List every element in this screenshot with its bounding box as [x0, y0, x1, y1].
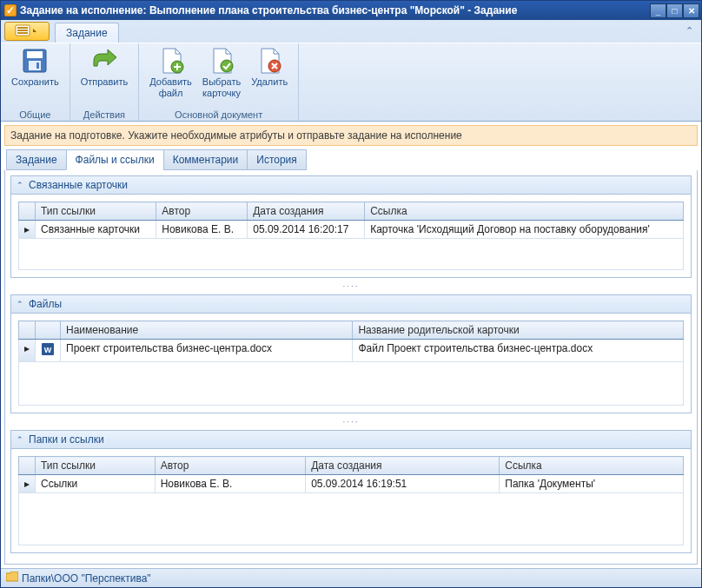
col-date[interactable]: Дата создания — [306, 457, 500, 475]
send-label: Отправить — [81, 76, 129, 88]
svg-rect-2 — [17, 30, 28, 31]
panel-folders-links: ⌃ Папки и ссылки Тип ссылки Автор Дата с… — [10, 430, 692, 553]
col-date[interactable]: Дата создания — [248, 202, 365, 221]
panel-files: ⌃ Файлы Наименование Название родительск… — [10, 294, 692, 413]
app-icon: ✓ — [4, 4, 17, 17]
select-card-icon — [208, 47, 235, 75]
send-icon — [90, 47, 118, 75]
cell-date: 05.09.2014 16:20:17 — [248, 221, 365, 239]
status-bar: Папки\ООО "Перспектива" — [1, 568, 701, 587]
app-menu-icon — [15, 24, 39, 38]
minimize-button[interactable]: _ — [650, 3, 666, 18]
panel-title-files: Файлы — [29, 298, 62, 310]
table-header-row: Тип ссылки Автор Дата создания Ссылка — [19, 202, 684, 221]
panel-header-related[interactable]: ⌃ Связанные карточки — [11, 176, 691, 195]
collapse-icon: ⌃ — [17, 300, 23, 308]
svg-rect-3 — [17, 32, 28, 34]
col-type[interactable]: Тип ссылки — [36, 202, 156, 221]
col-author[interactable]: Автор — [156, 202, 248, 221]
tab-files-links[interactable]: Файлы и ссылки — [66, 149, 164, 170]
cell-date: 05.09.2014 16:19:51 — [306, 475, 500, 493]
svg-text:W: W — [44, 346, 52, 354]
svg-point-9 — [221, 60, 233, 72]
table-header-row: Тип ссылки Автор Дата создания Ссылка — [19, 457, 684, 475]
content-tabs: Задание Файлы и ссылки Комментарии Истор… — [1, 149, 701, 170]
add-file-icon — [157, 47, 185, 75]
delete-icon — [255, 47, 283, 75]
tab-comments[interactable]: Комментарии — [163, 149, 248, 170]
cell-type: Ссылки — [36, 475, 156, 493]
ribbon-area: Задание ⌃ Сохранить — [1, 20, 701, 122]
add-file-button[interactable]: Добавить файл — [144, 45, 197, 101]
ribbon-tab-task[interactable]: Задание — [55, 23, 119, 43]
grid-empty-area — [19, 362, 684, 406]
table-row[interactable]: ▸ W Проект строительства бизнес-центра.d… — [19, 340, 684, 362]
file-type-icon: W — [36, 340, 61, 362]
cell-link: Карточка 'Исходящий Договор на поставку … — [365, 221, 684, 239]
send-button[interactable]: Отправить — [76, 45, 134, 89]
maximize-button[interactable]: □ — [666, 3, 683, 18]
col-name[interactable]: Наименование — [61, 321, 353, 340]
col-parent[interactable]: Название родительской карточки — [353, 321, 684, 340]
panel-title-related: Связанные карточки — [29, 179, 128, 191]
table-row[interactable]: ▸ Связанные карточки Новикова Е. В. 05.0… — [19, 221, 684, 239]
ribbon-group-docs: Добавить файл Выбрать карточку — [139, 43, 299, 121]
row-indicator-icon: ▸ — [19, 340, 36, 362]
titlebar: ✓ Задание на исполнение: Выполнение план… — [1, 1, 701, 20]
cell-author: Новикова Е. В. — [156, 221, 248, 239]
tab-task[interactable]: Задание — [6, 149, 67, 170]
ribbon-group-actions: Отправить Действия — [70, 43, 140, 121]
folders-grid[interactable]: Тип ссылки Автор Дата создания Ссылка ▸ … — [18, 456, 684, 545]
delete-button[interactable]: Удалить — [246, 45, 293, 89]
docx-icon: W — [41, 342, 55, 356]
status-path: Папки\ООО "Перспектива" — [22, 572, 151, 585]
cell-filename: Проект строительства бизнес-центра.docx — [61, 340, 353, 362]
row-indicator-icon: ▸ — [19, 221, 36, 239]
group-title-common: Общие — [6, 109, 64, 121]
col-link[interactable]: Ссылка — [500, 457, 684, 475]
ribbon-tabstrip: Задание ⌃ — [1, 20, 701, 43]
svg-rect-1 — [17, 27, 28, 29]
ribbon-group-common: Сохранить Общие — [1, 43, 70, 121]
table-header-row: Наименование Название родительской карто… — [19, 321, 684, 340]
cell-parent: Файл Проект строительства бизнес-центра.… — [353, 340, 684, 362]
svg-rect-7 — [36, 63, 39, 69]
tab-history[interactable]: История — [247, 149, 307, 170]
col-link[interactable]: Ссылка — [365, 202, 684, 221]
save-icon — [21, 47, 49, 75]
group-title-actions: Действия — [76, 109, 134, 121]
save-button[interactable]: Сохранить — [6, 45, 64, 89]
splitter[interactable]: ···· — [10, 417, 692, 426]
main-content: ⌃ Связанные карточки Тип ссылки Автор Да… — [4, 170, 698, 565]
col-type[interactable]: Тип ссылки — [36, 457, 156, 475]
svg-rect-5 — [27, 51, 43, 58]
grid-empty-area — [19, 239, 684, 270]
cell-link: Папка 'Документы' — [500, 475, 684, 493]
collapse-icon: ⌃ — [17, 435, 23, 444]
splitter[interactable]: ···· — [10, 281, 692, 291]
folder-icon — [6, 571, 18, 585]
panel-title-folders: Папки и ссылки — [29, 433, 104, 446]
cell-author: Новикова Е. В. — [155, 475, 306, 493]
table-row[interactable]: ▸ Ссылки Новикова Е. В. 05.09.2014 16:19… — [19, 475, 684, 493]
select-card-label: Выбрать карточку — [202, 76, 241, 99]
files-grid[interactable]: Наименование Название родительской карто… — [18, 320, 684, 406]
window-title: Задание на исполнение: Выполнение плана … — [20, 4, 517, 17]
group-title-docs: Основной документ — [144, 109, 293, 121]
info-bar: Задание на подготовке. Укажите необходим… — [4, 125, 698, 146]
app-menu-button[interactable] — [4, 22, 50, 41]
related-grid[interactable]: Тип ссылки Автор Дата создания Ссылка ▸ … — [18, 202, 684, 270]
add-file-label: Добавить файл — [149, 76, 192, 99]
col-author[interactable]: Автор — [155, 457, 306, 475]
app-window: ✓ Задание на исполнение: Выполнение план… — [0, 0, 702, 588]
panel-header-folders[interactable]: ⌃ Папки и ссылки — [11, 431, 691, 449]
select-card-button[interactable]: Выбрать карточку — [197, 45, 246, 101]
ribbon-collapse-button[interactable]: ⌃ — [682, 25, 696, 39]
close-button[interactable]: ✕ — [683, 3, 699, 18]
save-label: Сохранить — [11, 76, 59, 88]
grid-empty-area — [19, 493, 684, 545]
collapse-icon: ⌃ — [17, 181, 23, 189]
panel-header-files[interactable]: ⌃ Файлы — [11, 295, 691, 314]
cell-type: Связанные карточки — [36, 221, 156, 239]
delete-label: Удалить — [251, 76, 288, 88]
